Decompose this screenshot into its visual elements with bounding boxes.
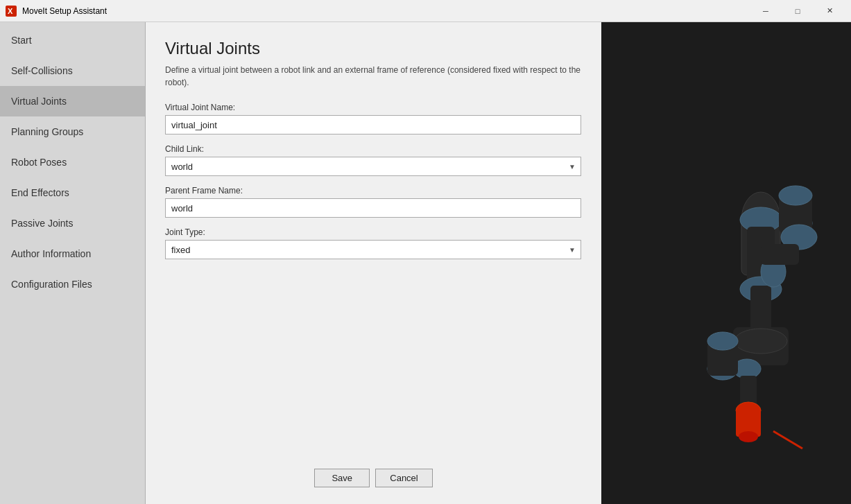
- title-bar: X MoveIt Setup Assistant ─ □ ✕: [0, 0, 851, 22]
- parent-frame-name-label: Parent Frame Name:: [165, 186, 582, 195]
- child-link-group: Child Link: world ▼: [165, 144, 582, 176]
- joint-type-label: Joint Type:: [165, 227, 582, 237]
- parent-frame-name-input[interactable]: [165, 198, 581, 218]
- sidebar: Start Self-Collisions Virtual Joints Pla…: [0, 22, 146, 504]
- sidebar-item-end-effectors[interactable]: End Effectors: [0, 177, 145, 208]
- svg-rect-22: [761, 244, 799, 265]
- svg-point-16: [739, 431, 758, 442]
- sidebar-item-self-collisions[interactable]: Self-Collisions: [0, 55, 145, 86]
- child-link-label: Child Link:: [165, 144, 582, 154]
- form-panel: Virtual Joints Define a virtual joint be…: [146, 22, 601, 504]
- svg-rect-8: [750, 286, 771, 334]
- joint-type-select[interactable]: fixed floating planar: [165, 240, 581, 259]
- close-button[interactable]: ✕: [814, 0, 845, 22]
- joint-type-select-wrapper: fixed floating planar ▼: [165, 240, 581, 259]
- window-controls: ─ □ ✕: [750, 0, 845, 22]
- save-button[interactable]: Save: [314, 469, 370, 487]
- svg-point-20: [779, 186, 812, 205]
- cancel-button[interactable]: Cancel: [375, 469, 432, 487]
- maximize-button[interactable]: □: [782, 0, 814, 22]
- svg-rect-2: [601, 22, 851, 504]
- sidebar-item-author-information[interactable]: Author Information: [0, 238, 145, 269]
- virtual-joint-name-label: Virtual Joint Name:: [165, 103, 582, 112]
- sidebar-item-virtual-joints[interactable]: Virtual Joints: [0, 86, 145, 116]
- robot-scene: [601, 22, 851, 504]
- child-link-select[interactable]: world: [165, 157, 581, 176]
- virtual-joint-name-input[interactable]: [165, 115, 581, 134]
- sidebar-item-passive-joints[interactable]: Passive Joints: [0, 208, 145, 238]
- svg-point-11: [734, 329, 787, 354]
- content-row: Virtual Joints Define a virtual joint be…: [146, 22, 851, 504]
- robot-viewport: [601, 22, 851, 504]
- sidebar-item-robot-poses[interactable]: Robot Poses: [0, 147, 145, 177]
- svg-point-25: [707, 332, 738, 350]
- main-content: Start Self-Collisions Virtual Joints Pla…: [0, 22, 851, 504]
- minimize-button[interactable]: ─: [750, 0, 782, 22]
- window-title: MoveIt Setup Assistant: [22, 6, 750, 16]
- sidebar-item-planning-groups[interactable]: Planning Groups: [0, 116, 145, 147]
- child-link-select-wrapper: world ▼: [165, 157, 581, 176]
- virtual-joint-name-group: Virtual Joint Name:: [165, 103, 582, 134]
- sidebar-item-start[interactable]: Start: [0, 25, 145, 55]
- sidebar-item-configuration-files[interactable]: Configuration Files: [0, 269, 145, 299]
- app-icon: X: [6, 6, 17, 17]
- form-buttons: Save Cancel: [165, 458, 582, 487]
- page-title: Virtual Joints: [165, 39, 582, 58]
- page-description: Define a virtual joint between a robot l…: [165, 64, 581, 89]
- parent-frame-name-group: Parent Frame Name:: [165, 186, 582, 218]
- svg-text:X: X: [8, 7, 13, 15]
- joint-type-group: Joint Type: fixed floating planar ▼: [165, 227, 582, 259]
